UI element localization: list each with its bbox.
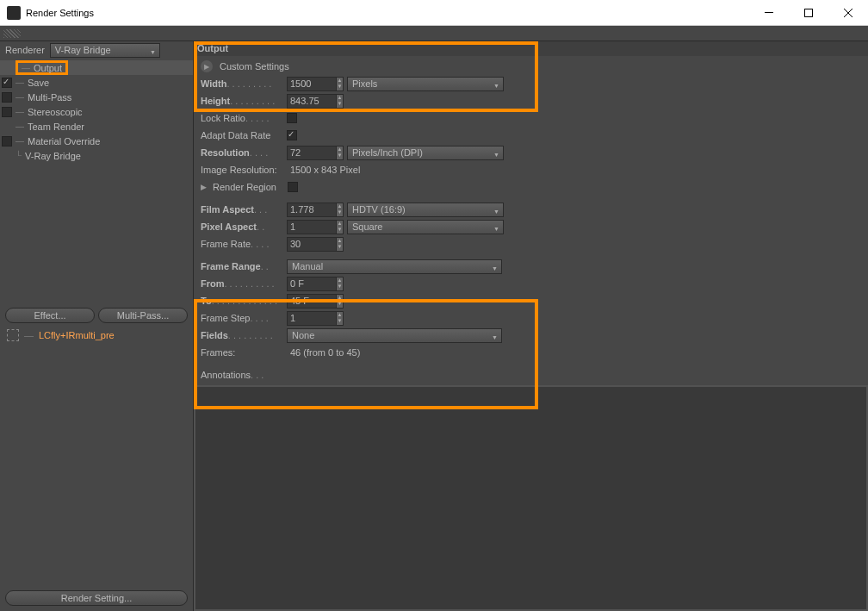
- titlebar: Render Settings: [0, 0, 868, 26]
- minimize-button[interactable]: [749, 0, 789, 25]
- frame-range-select[interactable]: Manual: [287, 259, 502, 274]
- adapt-data-checkbox[interactable]: [287, 130, 297, 140]
- multipass-button[interactable]: Multi-Pass...: [98, 308, 188, 323]
- fields-row: Fields . . . . . . . . . None: [194, 327, 868, 344]
- dots: . .: [261, 261, 287, 271]
- render-region-expand-icon[interactable]: ▶: [201, 183, 209, 191]
- frame-rate-spinner[interactable]: ▲▼: [337, 237, 344, 252]
- fields-select[interactable]: None: [287, 328, 502, 343]
- save-checkbox[interactable]: [2, 78, 12, 88]
- custom-settings-expand-icon[interactable]: ▶: [201, 60, 213, 72]
- pixel-aspect-select[interactable]: Square: [347, 220, 504, 234]
- effect-button[interactable]: Effect...: [5, 308, 95, 323]
- width-row: Width . . . . . . . . . ▲▼ Pixels: [194, 75, 868, 92]
- content-area: Renderer V-Ray Bridge — Output — Save: [0, 41, 868, 611]
- film-aspect-select[interactable]: HDTV (16:9): [347, 203, 504, 217]
- close-button[interactable]: [828, 0, 868, 25]
- tree-chk-spacer: [2, 63, 12, 73]
- resolution-spinner[interactable]: ▲▼: [337, 146, 344, 160]
- tree-line-icon: —: [16, 92, 24, 102]
- adapt-data-row: Adapt Data Rate: [194, 127, 868, 144]
- window-controls: [749, 0, 868, 25]
- annotations-area[interactable]: [195, 387, 866, 609]
- renderer-row: Renderer V-Ray Bridge: [0, 41, 193, 59]
- to-spinner[interactable]: ▲▼: [337, 294, 344, 309]
- width-input[interactable]: [287, 77, 337, 91]
- tree-item-save[interactable]: — Save: [0, 75, 193, 90]
- tree-chk-spacer: [2, 151, 12, 161]
- resolution-label: Resolution: [201, 147, 250, 158]
- film-aspect-spinner[interactable]: ▲▼: [337, 203, 344, 217]
- tree-label: V-Ray Bridge: [25, 151, 81, 161]
- render-region-checkbox[interactable]: [288, 182, 298, 192]
- preset-icon: [7, 329, 19, 341]
- output-section-header: Output: [194, 41, 868, 56]
- height-spinner[interactable]: ▲▼: [337, 94, 344, 109]
- height-row: Height. . . . . . . . . ▲▼: [194, 92, 868, 109]
- frame-rate-row: Frame Rate . . . . ▲▼: [194, 235, 868, 253]
- render-setting-button[interactable]: Render Setting...: [5, 590, 188, 606]
- image-resolution-row: Image Resolution: 1500 x 843 Pixel: [194, 161, 868, 178]
- material-override-checkbox[interactable]: [2, 136, 12, 147]
- tree-item-material-override[interactable]: — Material Override: [0, 134, 193, 148]
- tree-line-icon: —: [16, 136, 24, 146]
- height-input[interactable]: [287, 94, 337, 109]
- frame-step-spinner[interactable]: ▲▼: [337, 311, 344, 326]
- window-title: Render Settings: [26, 8, 749, 18]
- width-unit-select[interactable]: Pixels: [347, 77, 504, 91]
- render-region-label: Render Region: [213, 182, 276, 192]
- pixel-aspect-spinner[interactable]: ▲▼: [337, 220, 344, 234]
- tree-item-vray-bridge[interactable]: └ V-Ray Bridge: [0, 148, 193, 163]
- resolution-unit-select[interactable]: Pixels/Inch (DPI): [347, 146, 504, 160]
- dots: . . .: [254, 204, 287, 215]
- tree-label: Team Render: [28, 122, 84, 132]
- to-input[interactable]: [287, 294, 337, 309]
- stereoscopic-checkbox[interactable]: [2, 107, 12, 117]
- left-panel: Renderer V-Ray Bridge — Output — Save: [0, 41, 194, 611]
- from-spinner[interactable]: ▲▼: [337, 277, 344, 291]
- left-spacer: [0, 345, 193, 588]
- frame-step-input[interactable]: [287, 311, 337, 326]
- svg-rect-0: [765, 12, 773, 13]
- render-region-row: ▶ Render Region: [194, 178, 868, 196]
- tree-item-multipass[interactable]: — Multi-Pass: [0, 90, 193, 104]
- dots: . . . . . . . . .: [228, 330, 287, 340]
- from-row: From . . . . . . . . . . ▲▼: [194, 275, 868, 292]
- resolution-row: Resolution . . . . ▲▼ Pixels/Inch (DPI): [194, 144, 868, 161]
- tree-line-icon: —: [16, 78, 24, 87]
- width-spinner[interactable]: ▲▼: [337, 77, 344, 91]
- frame-step-label: Frame Step: [201, 313, 250, 323]
- pixel-aspect-input[interactable]: [287, 220, 337, 234]
- film-aspect-input[interactable]: [287, 203, 337, 217]
- lock-ratio-checkbox[interactable]: [287, 113, 297, 123]
- to-label: To: [201, 296, 212, 306]
- dots: . .: [257, 221, 287, 232]
- tree-item-team-render[interactable]: — Team Render: [0, 119, 193, 134]
- frame-range-row: Frame Range . . Manual: [194, 258, 868, 275]
- preset-name: LCfly+IRmulti_pre: [39, 330, 115, 340]
- tree-chk-spacer: [2, 122, 12, 132]
- frames-row: Frames: 46 (from 0 to 45): [194, 344, 868, 361]
- tree-item-stereoscopic[interactable]: — Stereoscopic: [0, 104, 193, 119]
- output-section-body: ▶ Custom Settings Width . . . . . . . . …: [194, 56, 868, 385]
- preset-row[interactable]: — LCfly+IRmulti_pre: [0, 326, 193, 345]
- dots: . . .: [251, 370, 287, 380]
- output-highlight: — Output: [16, 60, 68, 75]
- drag-grip-icon[interactable]: [3, 29, 21, 38]
- adapt-data-label: Adapt Data Rate: [201, 130, 270, 140]
- maximize-button[interactable]: [789, 0, 828, 25]
- annotations-label: Annotations: [201, 370, 251, 380]
- pixel-aspect-row: Pixel Aspect . . ▲▼ Square: [194, 218, 868, 235]
- svg-rect-1: [805, 9, 813, 16]
- from-input[interactable]: [287, 277, 337, 291]
- frame-rate-input[interactable]: [287, 237, 337, 252]
- tree-label: Multi-Pass: [28, 92, 71, 103]
- dots: . . . . . . . . .: [226, 78, 287, 89]
- tree-item-output[interactable]: — Output: [0, 60, 193, 75]
- renderer-select[interactable]: V-Ray Bridge: [50, 43, 160, 58]
- multipass-checkbox[interactable]: [2, 92, 12, 103]
- dots: . . . . . . . . . .: [225, 278, 288, 289]
- resolution-input[interactable]: [287, 146, 337, 160]
- tree-line-icon: —: [16, 107, 24, 116]
- app-icon: [7, 6, 21, 20]
